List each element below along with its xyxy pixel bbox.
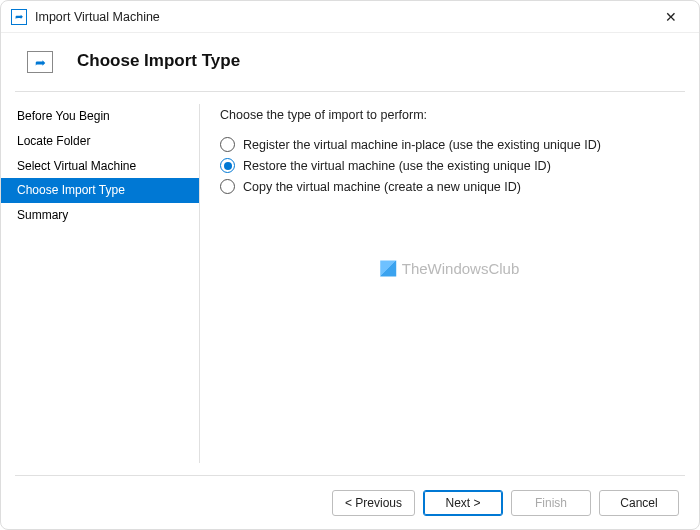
wizard-footer: < Previous Next > Finish Cancel <box>15 475 685 529</box>
sidebar-item-choose-import-type[interactable]: Choose Import Type <box>1 178 199 203</box>
content-area: Before You Begin Locate Folder Select Vi… <box>1 92 699 475</box>
watermark-icon <box>380 260 396 276</box>
titlebar: ➦ Import Virtual Machine ✕ <box>1 1 699 33</box>
close-button[interactable]: ✕ <box>651 3 691 31</box>
watermark: TheWindowsClub <box>380 260 520 277</box>
radio-label: Copy the virtual machine (create a new u… <box>243 180 521 194</box>
radio-label: Restore the virtual machine (use the exi… <box>243 159 551 173</box>
import-vm-icon: ➦ <box>11 9 27 25</box>
import-type-icon: ➦ <box>27 51 53 73</box>
cancel-button[interactable]: Cancel <box>599 490 679 516</box>
radio-restore[interactable]: Restore the virtual machine (use the exi… <box>220 155 679 176</box>
page-title: Choose Import Type <box>77 51 240 71</box>
radio-register-in-place[interactable]: Register the virtual machine in-place (u… <box>220 134 679 155</box>
radio-icon <box>220 179 235 194</box>
sidebar-item-summary[interactable]: Summary <box>1 203 199 228</box>
main-panel: Choose the type of import to perform: Re… <box>200 92 699 475</box>
previous-button[interactable]: < Previous <box>332 490 415 516</box>
sidebar-item-select-vm[interactable]: Select Virtual Machine <box>1 154 199 179</box>
finish-button: Finish <box>511 490 591 516</box>
sidebar-item-before-you-begin[interactable]: Before You Begin <box>1 104 199 129</box>
radio-icon <box>220 158 235 173</box>
sidebar-item-locate-folder[interactable]: Locate Folder <box>1 129 199 154</box>
wizard-header: ➦ Choose Import Type <box>1 33 699 91</box>
watermark-text: TheWindowsClub <box>402 260 520 277</box>
window-title: Import Virtual Machine <box>35 10 651 24</box>
radio-label: Register the virtual machine in-place (u… <box>243 138 601 152</box>
radio-icon <box>220 137 235 152</box>
next-button[interactable]: Next > <box>423 490 503 516</box>
wizard-steps-sidebar: Before You Begin Locate Folder Select Vi… <box>1 92 199 475</box>
radio-copy[interactable]: Copy the virtual machine (create a new u… <box>220 176 679 197</box>
instruction-text: Choose the type of import to perform: <box>220 108 679 122</box>
